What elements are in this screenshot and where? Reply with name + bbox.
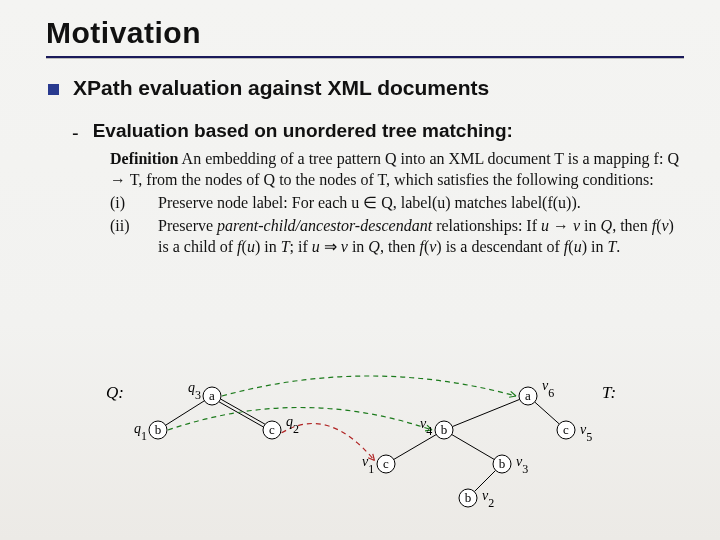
svg-text:v2: v2 xyxy=(482,488,494,510)
svg-text:c: c xyxy=(383,456,389,471)
svg-text:q1: q1 xyxy=(134,421,147,443)
condition-1: (i) Preserve node label: For each u ∈ Q,… xyxy=(110,192,684,213)
svg-line-3 xyxy=(219,402,263,427)
svg-text:c: c xyxy=(269,422,275,437)
svg-line-7 xyxy=(394,435,436,460)
svg-text:b: b xyxy=(155,422,162,437)
bullet-2-text: Evaluation based on unordered tree match… xyxy=(93,120,513,142)
definition-sentence: An embedding of a tree pattern Q into an… xyxy=(110,150,679,188)
tree-diagram: Q:T:aq3bq1cq2av6bv4cv5cv1bv3bv2 xyxy=(62,368,662,528)
svg-text:v6: v6 xyxy=(542,378,554,400)
svg-text:a: a xyxy=(209,388,215,403)
definition-block: Definition An embedding of a tree patter… xyxy=(110,148,684,258)
svg-text:Q:: Q: xyxy=(106,383,124,402)
svg-text:v5: v5 xyxy=(580,422,592,444)
svg-text:b: b xyxy=(499,456,506,471)
svg-line-2 xyxy=(166,401,205,425)
svg-text:b: b xyxy=(465,490,472,505)
condition-2: (ii) Preserve parent-child/ancestor-desc… xyxy=(110,215,684,257)
bullet-row-1: XPath evaluation against XML documents xyxy=(48,76,684,100)
bullet-row-2: - Evaluation based on unordered tree mat… xyxy=(72,120,684,143)
svg-text:v3: v3 xyxy=(516,454,528,476)
svg-line-8 xyxy=(452,435,494,460)
condition-2-span: Preserve parent-child/ancestor-descendan… xyxy=(158,217,674,255)
definition-keyword: Definition xyxy=(110,150,178,167)
svg-line-5 xyxy=(452,399,519,426)
condition-1-num: (i) xyxy=(110,192,136,213)
bullet-square-icon xyxy=(48,84,59,95)
definition-lead: Definition An embedding of a tree patter… xyxy=(110,148,684,190)
condition-1-text: Preserve node label: For each u ∈ Q, lab… xyxy=(158,192,684,213)
svg-text:v4: v4 xyxy=(420,416,432,438)
bullet-1-text: XPath evaluation against XML documents xyxy=(73,76,489,100)
svg-text:a: a xyxy=(525,388,531,403)
svg-text:q2: q2 xyxy=(286,414,299,436)
svg-text:c: c xyxy=(563,422,569,437)
condition-2-text: Preserve parent-child/ancestor-descendan… xyxy=(158,215,684,257)
svg-line-6 xyxy=(535,402,560,424)
svg-line-4 xyxy=(221,399,265,424)
bullet-dash-icon: - xyxy=(72,123,79,143)
title-underline xyxy=(46,56,684,58)
svg-text:b: b xyxy=(441,422,448,437)
condition-2-num: (ii) xyxy=(110,215,136,257)
slide-title: Motivation xyxy=(46,16,684,50)
svg-text:q3: q3 xyxy=(188,380,201,402)
svg-text:T:: T: xyxy=(602,383,616,402)
